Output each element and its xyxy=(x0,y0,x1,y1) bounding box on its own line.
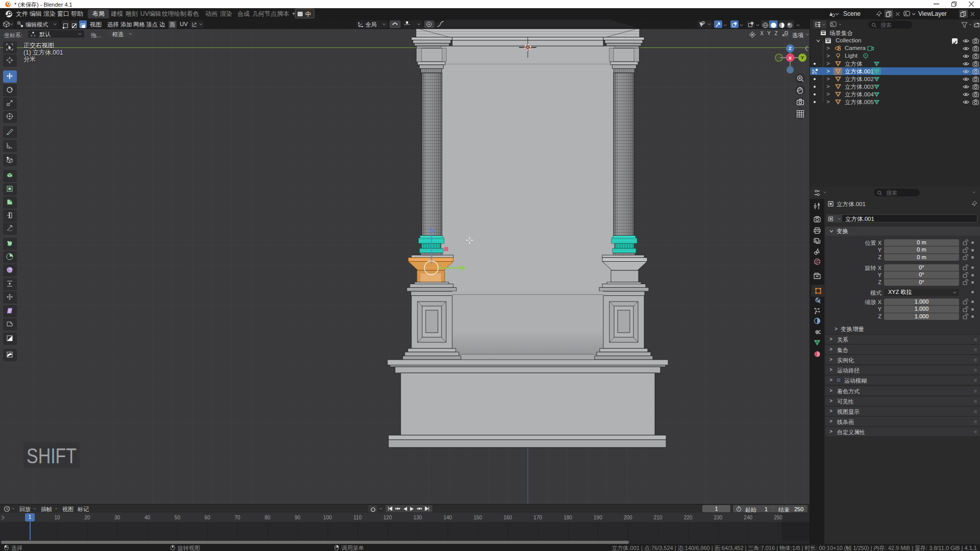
svg-text:X: X xyxy=(789,55,792,61)
svg-text:Z: Z xyxy=(789,45,792,51)
svg-text:Y: Y xyxy=(801,55,804,60)
svg-text:SHIFT: SHIFT xyxy=(27,445,77,466)
